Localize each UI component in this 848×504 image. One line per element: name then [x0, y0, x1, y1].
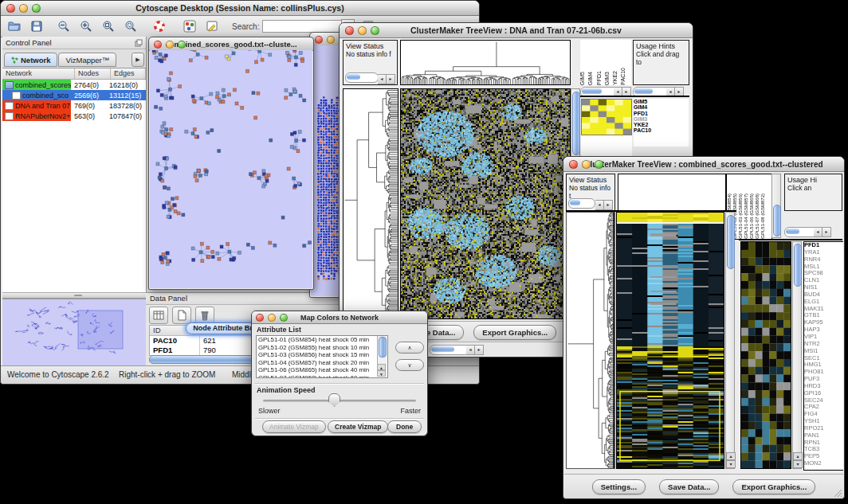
- new-attribute-icon[interactable]: [172, 307, 191, 324]
- tv1-gene-label[interactable]: YKE2: [634, 122, 689, 127]
- tv2-row-tree[interactable]: [567, 213, 614, 468]
- zoom-selected-icon[interactable]: [122, 18, 139, 34]
- scroll-left-icon[interactable]: ◂: [595, 200, 604, 210]
- scroll-down-icon[interactable]: ▾: [793, 460, 803, 468]
- attribute-list-item[interactable]: GPL51-03 (GSM856) heat shock 15 min: [257, 351, 387, 359]
- tv2-gene-label[interactable]: MON2: [804, 460, 843, 467]
- tv2-labels-vscrollbar[interactable]: [771, 174, 781, 238]
- minimize-button[interactable]: [166, 41, 174, 49]
- animate-vizmap-button[interactable]: Animate Vizmap: [262, 420, 326, 433]
- tv1-gene-label[interactable]: GIM4: [634, 104, 689, 110]
- close-button[interactable]: [345, 26, 354, 35]
- tv1-gene-label[interactable]: PAC10: [634, 127, 689, 133]
- scroll-right-icon[interactable]: ▸: [822, 227, 831, 237]
- save-icon[interactable]: [28, 18, 45, 34]
- network-window-1-titlebar[interactable]: combined_scores_good.txt--cluste...: [149, 37, 313, 51]
- annotation-icon[interactable]: [203, 18, 221, 34]
- zoom-button[interactable]: [280, 314, 288, 322]
- tv2-column-tree-area[interactable]: [618, 174, 726, 212]
- tv1-column-label[interactable]: GIM4: [588, 72, 596, 85]
- tv2-status-scrollbar[interactable]: [568, 198, 595, 209]
- close-button[interactable]: [315, 36, 323, 44]
- minimize-button[interactable]: [582, 160, 591, 169]
- close-button[interactable]: [256, 314, 264, 322]
- tv2-column-label[interactable]: GPL51-07 (GSM868): [755, 193, 760, 239]
- move-up-button[interactable]: ∧: [395, 342, 424, 354]
- attribute-list-item[interactable]: GPL51-04 (GSM857) heat shock 20 min: [257, 359, 387, 367]
- tv1-bottom-scrollbar[interactable]: [430, 345, 469, 355]
- col-network[interactable]: Network: [2, 68, 75, 79]
- treeview1-titlebar[interactable]: ClusterMaker TreeView : DNA and Tran 07-…: [340, 23, 693, 38]
- close-button[interactable]: [569, 160, 578, 169]
- network-row[interactable]: combined_scores 2764(0) 16218(0): [2, 80, 146, 90]
- zoom-button[interactable]: [595, 160, 603, 169]
- tv2-column-label[interactable]: GPL51-06 (GSM865): [749, 193, 755, 239]
- scroll-up-icon[interactable]: ▴: [726, 452, 736, 460]
- scroll-down-icon[interactable]: ▼: [377, 370, 386, 377]
- minimize-button[interactable]: [327, 36, 335, 44]
- tv1-gene-label[interactable]: GIM3: [634, 116, 689, 122]
- network-canvas-1[interactable]: [150, 50, 312, 287]
- zoom-button[interactable]: [32, 4, 41, 13]
- network-row[interactable]: DNA and Tran 07 769(0) 183728(0): [2, 100, 146, 111]
- col-nodes[interactable]: Nodes: [75, 68, 111, 79]
- move-down-button[interactable]: ∨: [395, 359, 424, 371]
- scroll-up-icon[interactable]: ▲: [377, 364, 386, 370]
- tv2-detail-vscrollbar[interactable]: ▴ ▾: [792, 241, 802, 469]
- tv1-column-label[interactable]: PAC10: [621, 68, 629, 85]
- dialog-titlebar[interactable]: Map Colors to Network: [252, 311, 427, 324]
- network-overview-canvas[interactable]: [2, 299, 144, 364]
- tv1-column-tree[interactable]: [401, 41, 570, 84]
- close-button[interactable]: [6, 4, 15, 13]
- scroll-right-icon[interactable]: ▸: [604, 200, 613, 210]
- scroll-up-icon[interactable]: ▴: [793, 452, 803, 460]
- tv1-heatmap[interactable]: [401, 89, 570, 318]
- scroll-left-icon[interactable]: ◂: [378, 74, 387, 84]
- network-row[interactable]: combined_sco 2569(6) 13112(15): [2, 90, 146, 100]
- tv1-action-button[interactable]: Export Graphics...: [473, 325, 556, 340]
- scroll-left-icon[interactable]: ◂: [814, 227, 822, 237]
- create-vizmap-button[interactable]: Create Vizmap: [328, 420, 388, 433]
- scroll-right-icon[interactable]: ▸: [387, 74, 395, 84]
- tv2-hints-scrollbar[interactable]: [784, 227, 818, 237]
- done-button[interactable]: Done: [387, 420, 422, 433]
- attribute-list-item[interactable]: GPL51-01 (GSM854) heat shock 05 min: [257, 336, 387, 344]
- minimize-button[interactable]: [268, 314, 276, 322]
- slider-thumb[interactable]: [328, 393, 340, 407]
- tv2-heatmap-vscrollbar[interactable]: ▴ ▾: [725, 212, 735, 469]
- tv2-column-label[interactable]: GPL51-03 (GSM856): [738, 193, 744, 239]
- vizmapper-icon[interactable]: [181, 18, 198, 34]
- open-file-icon[interactable]: [6, 18, 23, 34]
- attribute-list-item[interactable]: GPL51-02 (GSM855) heat shock 10 min: [257, 344, 387, 352]
- attribute-list[interactable]: GPL51-01 (GSM854) heat shock 05 minGPL51…: [256, 335, 388, 378]
- tv2-column-label[interactable]: GPL51-08 (GSM872): [760, 193, 766, 239]
- tv2-action-button[interactable]: Export Graphics...: [732, 479, 815, 494]
- tv1-gene-label[interactable]: GIM5: [634, 99, 689, 104]
- resize-grip-icon[interactable]: [833, 488, 842, 498]
- tv2-action-button[interactable]: Save Data...: [659, 479, 719, 494]
- scroll-right-icon[interactable]: ▸: [475, 345, 484, 355]
- tv1-gene-label[interactable]: PFD1: [634, 111, 689, 116]
- treeview2-titlebar[interactable]: ClusterMaker TreeView : combined_scores_…: [563, 157, 844, 172]
- tv1-similarity-matrix[interactable]: [582, 100, 631, 135]
- tv2-column-label[interactable]: GPL51-04 (GSM857): [744, 193, 749, 239]
- delete-attribute-icon[interactable]: [195, 307, 214, 324]
- tv2-action-button[interactable]: Settings...: [592, 479, 646, 494]
- tv2-heatmap[interactable]: [617, 213, 724, 468]
- select-attributes-icon[interactable]: [149, 307, 168, 324]
- close-button[interactable]: [154, 41, 162, 49]
- tv1-row-tree[interactable]: [344, 89, 398, 318]
- scroll-left-icon[interactable]: ◂: [466, 345, 475, 355]
- attribute-list-item[interactable]: GPL51-06 (GSM865) heat shock 40 min: [257, 366, 387, 374]
- tab-vizmapper[interactable]: VizMapper™: [58, 53, 116, 67]
- search-input[interactable]: [262, 20, 341, 33]
- tv2-detail-heatmap[interactable]: [741, 242, 791, 468]
- minimize-button[interactable]: [358, 26, 367, 35]
- float-panel-icon[interactable]: [135, 39, 143, 47]
- col-edges[interactable]: Edges: [111, 68, 146, 79]
- scroll-down-icon[interactable]: ▾: [726, 460, 736, 468]
- zoom-button[interactable]: [371, 26, 379, 35]
- network-row[interactable]: RNAPuberNov2+ 563(0) 107847(0): [2, 111, 146, 121]
- tab-network[interactable]: Network: [4, 53, 57, 67]
- attribute-list-item[interactable]: GPL51-07 (GSM868) heat shock 60 min: [257, 374, 387, 379]
